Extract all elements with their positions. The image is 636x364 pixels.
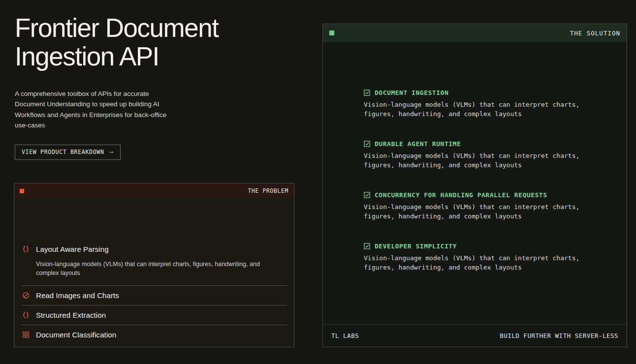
solution-item-header: CONCURRENCY FOR HANDLING PARALLEL REQUES…	[364, 191, 627, 199]
problem-panel-body: Layout Aware Parsing Vision-language mod…	[14, 198, 294, 347]
hero-description: A comprehensive toolbox of APIs for accu…	[15, 89, 171, 131]
cta-label: VIEW PRODUCT BREAKDOWN	[22, 149, 104, 155]
solution-panel-body: DOCUMENT INGESTION Vision-language model…	[323, 42, 627, 272]
green-square-icon	[329, 30, 334, 35]
brackets-icon	[22, 245, 30, 253]
accordion-item-label: Document Classification	[36, 331, 116, 339]
accordion-item-header[interactable]: Document Classification	[21, 325, 287, 344]
solution-item-label: CONCURRENCY FOR HANDLING PARALLEL REQUES…	[375, 191, 547, 199]
checked-checkbox-icon	[364, 243, 370, 249]
accordion-item-header[interactable]: Read Images and Charts	[21, 286, 287, 305]
view-product-breakdown-button[interactable]: VIEW PRODUCT BREAKDOWN →	[15, 145, 121, 160]
solution-item-header: DOCUMENT INGESTION	[364, 89, 627, 96]
solution-panel: THE SOLUTION DOCUMENT INGESTION Vision-l…	[322, 24, 627, 347]
hero-section: Frontier Document Ingestion API A compre…	[15, 14, 305, 160]
footer-brand: TL LABS	[331, 332, 359, 339]
page-title-line-1: Frontier Document	[15, 14, 305, 42]
solution-panel-footer: TL LABS BUILD FURTHER WITH SERVER-LESS	[323, 324, 627, 347]
accordion-item-header[interactable]: Structured Extraction	[21, 305, 287, 325]
grid-icon	[22, 331, 30, 338]
checked-checkbox-icon	[364, 141, 370, 147]
solution-item-description: Vision-language models (VLMs) that can i…	[364, 151, 595, 170]
accordion-item-read-images-and-charts: Read Images and Charts	[21, 286, 287, 305]
solution-item-header: DEVELOPER SIMPLICITY	[364, 243, 627, 250]
accordion-item-label: Structured Extraction	[36, 311, 106, 319]
solution-item-description: Vision-language models (VLMs) that can i…	[364, 202, 595, 221]
solution-item-label: DURABLE AGENT RUNTIME	[375, 140, 461, 148]
accordion-item-layout-aware-parsing: Layout Aware Parsing Vision-language mod…	[21, 240, 287, 286]
problem-panel-spacer	[21, 198, 287, 240]
slashed-circle-icon	[22, 292, 30, 299]
solution-panel-title: THE SOLUTION	[570, 30, 620, 37]
solution-item-header: DURABLE AGENT RUNTIME	[364, 140, 627, 148]
solution-item-durable-agent-runtime: DURABLE AGENT RUNTIME Vision-language mo…	[364, 140, 627, 170]
problem-panel: THE PROBLEM Layout Aware Parsing Vision-…	[14, 183, 294, 347]
accordion-item-structured-extraction: Structured Extraction	[21, 305, 287, 325]
solution-item-description: Vision-language models (VLMs) that can i…	[364, 253, 595, 272]
page-title-line-2: Ingestion API	[15, 42, 305, 71]
checked-checkbox-icon	[364, 90, 370, 96]
problem-panel-title: THE PROBLEM	[248, 187, 289, 194]
orange-square-icon	[20, 189, 24, 193]
solution-item-document-ingestion: DOCUMENT INGESTION Vision-language model…	[364, 89, 627, 119]
solution-item-developer-simplicity: DEVELOPER SIMPLICITY Vision-language mod…	[364, 243, 627, 272]
brackets-icon	[22, 311, 30, 319]
checked-checkbox-icon	[364, 192, 370, 198]
accordion-item-document-classification: Document Classification	[21, 325, 287, 344]
problem-panel-header: THE PROBLEM	[14, 183, 294, 198]
accordion-item-description: Vision-language models (VLMs) that can i…	[21, 259, 285, 285]
solution-item-description: Vision-language models (VLMs) that can i…	[364, 100, 595, 119]
arrow-right-icon: →	[110, 149, 114, 155]
solution-panel-header: THE SOLUTION	[323, 24, 627, 42]
accordion-item-label: Read Images and Charts	[36, 291, 119, 300]
footer-tagline: BUILD FURTHER WITH SERVER-LESS	[500, 332, 618, 339]
solution-item-label: DEVELOPER SIMPLICITY	[375, 243, 457, 250]
solution-item-concurrency: CONCURRENCY FOR HANDLING PARALLEL REQUES…	[364, 191, 627, 221]
accordion-item-label: Layout Aware Parsing	[36, 245, 109, 253]
page-title: Frontier Document Ingestion API	[15, 14, 305, 71]
accordion-item-header[interactable]: Layout Aware Parsing	[21, 240, 287, 259]
solution-item-label: DOCUMENT INGESTION	[375, 89, 448, 96]
